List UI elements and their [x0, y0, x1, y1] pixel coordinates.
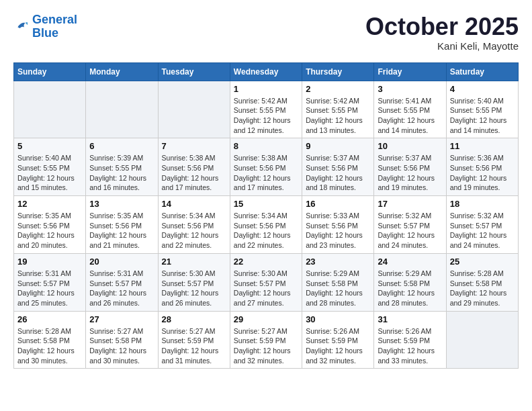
weekday-header-cell: Saturday	[446, 62, 518, 81]
calendar-day-cell: 13Sunrise: 5:35 AM Sunset: 5:56 PM Dayli…	[86, 196, 158, 254]
calendar-day-cell: 7Sunrise: 5:38 AM Sunset: 5:56 PM Daylig…	[158, 138, 230, 196]
weekday-header-cell: Wednesday	[230, 62, 302, 81]
weekday-header-cell: Thursday	[302, 62, 374, 81]
calendar-day-cell: 14Sunrise: 5:34 AM Sunset: 5:56 PM Dayli…	[158, 196, 230, 254]
day-number: 1	[234, 84, 298, 94]
day-info: Sunrise: 5:30 AM Sunset: 5:57 PM Dayligh…	[234, 269, 298, 308]
day-info: Sunrise: 5:40 AM Sunset: 5:55 PM Dayligh…	[450, 96, 515, 136]
day-info: Sunrise: 5:32 AM Sunset: 5:57 PM Dayligh…	[378, 211, 442, 250]
day-number: 13	[89, 199, 154, 209]
day-number: 18	[450, 199, 515, 209]
day-number: 11	[450, 141, 515, 151]
calendar-week-row: 5Sunrise: 5:40 AM Sunset: 5:55 PM Daylig…	[14, 138, 519, 196]
day-number: 7	[162, 141, 226, 151]
day-info: Sunrise: 5:39 AM Sunset: 5:55 PM Dayligh…	[89, 153, 154, 193]
calendar-day-cell: 8Sunrise: 5:38 AM Sunset: 5:56 PM Daylig…	[230, 138, 302, 196]
day-info: Sunrise: 5:41 AM Sunset: 5:55 PM Dayligh…	[378, 96, 442, 136]
title-block: October 2025 Kani Keli, Mayotte	[365, 13, 519, 52]
day-number: 4	[450, 84, 515, 94]
calendar-body: 1Sunrise: 5:42 AM Sunset: 5:55 PM Daylig…	[14, 81, 519, 369]
calendar-day-cell: 15Sunrise: 5:34 AM Sunset: 5:56 PM Dayli…	[230, 196, 302, 254]
calendar-day-cell: 21Sunrise: 5:30 AM Sunset: 5:57 PM Dayli…	[158, 253, 230, 311]
calendar-day-cell: 11Sunrise: 5:36 AM Sunset: 5:56 PM Dayli…	[446, 138, 518, 196]
day-info: Sunrise: 5:31 AM Sunset: 5:57 PM Dayligh…	[89, 269, 154, 308]
day-number: 9	[306, 141, 370, 151]
calendar-day-cell: 4Sunrise: 5:40 AM Sunset: 5:55 PM Daylig…	[446, 81, 518, 138]
weekday-header-cell: Friday	[374, 62, 446, 81]
calendar-day-cell: 9Sunrise: 5:37 AM Sunset: 5:56 PM Daylig…	[302, 138, 374, 196]
day-info: Sunrise: 5:30 AM Sunset: 5:57 PM Dayligh…	[162, 269, 226, 308]
day-info: Sunrise: 5:37 AM Sunset: 5:56 PM Dayligh…	[378, 153, 442, 193]
day-info: Sunrise: 5:42 AM Sunset: 5:55 PM Dayligh…	[306, 96, 370, 136]
day-info: Sunrise: 5:35 AM Sunset: 5:56 PM Dayligh…	[89, 211, 154, 250]
day-number: 20	[89, 257, 154, 267]
day-info: Sunrise: 5:31 AM Sunset: 5:57 PM Dayligh…	[17, 269, 82, 308]
calendar-day-cell: 12Sunrise: 5:35 AM Sunset: 5:56 PM Dayli…	[14, 196, 86, 254]
day-number: 23	[306, 257, 370, 267]
day-info: Sunrise: 5:38 AM Sunset: 5:56 PM Dayligh…	[162, 153, 226, 193]
day-number: 5	[17, 141, 82, 151]
calendar-day-cell: 3Sunrise: 5:41 AM Sunset: 5:55 PM Daylig…	[374, 81, 446, 138]
month-title: October 2025	[365, 13, 519, 40]
page-header: General Blue October 2025 Kani Keli, May…	[13, 13, 519, 52]
day-info: Sunrise: 5:36 AM Sunset: 5:56 PM Dayligh…	[450, 153, 515, 193]
calendar-day-cell: 26Sunrise: 5:28 AM Sunset: 5:58 PM Dayli…	[14, 311, 86, 369]
calendar-day-cell: 23Sunrise: 5:29 AM Sunset: 5:58 PM Dayli…	[302, 253, 374, 311]
day-info: Sunrise: 5:34 AM Sunset: 5:56 PM Dayligh…	[234, 211, 298, 250]
day-number: 17	[378, 199, 442, 209]
day-number: 8	[234, 141, 298, 151]
calendar-day-cell	[14, 81, 86, 138]
calendar-day-cell: 6Sunrise: 5:39 AM Sunset: 5:55 PM Daylig…	[86, 138, 158, 196]
day-info: Sunrise: 5:35 AM Sunset: 5:56 PM Dayligh…	[17, 211, 82, 250]
day-number: 2	[306, 84, 370, 94]
calendar-day-cell: 27Sunrise: 5:27 AM Sunset: 5:58 PM Dayli…	[86, 311, 158, 369]
calendar-day-cell: 29Sunrise: 5:27 AM Sunset: 5:59 PM Dayli…	[230, 311, 302, 369]
day-number: 3	[378, 84, 442, 94]
day-number: 30	[306, 314, 370, 324]
day-number: 26	[17, 314, 82, 324]
day-number: 29	[234, 314, 298, 324]
calendar-day-cell	[86, 81, 158, 138]
calendar-day-cell: 19Sunrise: 5:31 AM Sunset: 5:57 PM Dayli…	[14, 253, 86, 311]
calendar-day-cell: 18Sunrise: 5:32 AM Sunset: 5:57 PM Dayli…	[446, 196, 518, 254]
calendar-day-cell: 5Sunrise: 5:40 AM Sunset: 5:55 PM Daylig…	[14, 138, 86, 196]
calendar-day-cell: 30Sunrise: 5:26 AM Sunset: 5:59 PM Dayli…	[302, 311, 374, 369]
calendar-day-cell: 16Sunrise: 5:33 AM Sunset: 5:56 PM Dayli…	[302, 196, 374, 254]
day-number: 6	[89, 141, 154, 151]
logo-icon	[13, 17, 30, 34]
weekday-header-cell: Tuesday	[158, 62, 230, 81]
calendar-day-cell: 1Sunrise: 5:42 AM Sunset: 5:55 PM Daylig…	[230, 81, 302, 138]
day-info: Sunrise: 5:28 AM Sunset: 5:58 PM Dayligh…	[17, 326, 82, 366]
day-number: 24	[378, 257, 442, 267]
day-info: Sunrise: 5:34 AM Sunset: 5:56 PM Dayligh…	[162, 211, 226, 250]
calendar-week-row: 12Sunrise: 5:35 AM Sunset: 5:56 PM Dayli…	[14, 196, 519, 254]
day-number: 19	[17, 257, 82, 267]
day-info: Sunrise: 5:26 AM Sunset: 5:59 PM Dayligh…	[306, 326, 370, 366]
day-info: Sunrise: 5:37 AM Sunset: 5:56 PM Dayligh…	[306, 153, 370, 193]
day-number: 12	[17, 199, 82, 209]
calendar-day-cell	[446, 311, 518, 369]
day-info: Sunrise: 5:32 AM Sunset: 5:57 PM Dayligh…	[450, 211, 515, 250]
day-number: 27	[89, 314, 154, 324]
day-number: 14	[162, 199, 226, 209]
calendar-day-cell: 20Sunrise: 5:31 AM Sunset: 5:57 PM Dayli…	[86, 253, 158, 311]
day-info: Sunrise: 5:29 AM Sunset: 5:58 PM Dayligh…	[378, 269, 442, 308]
location: Kani Keli, Mayotte	[365, 40, 519, 52]
day-number: 31	[378, 314, 442, 324]
day-number: 10	[378, 141, 442, 151]
calendar-day-cell: 22Sunrise: 5:30 AM Sunset: 5:57 PM Dayli…	[230, 253, 302, 311]
day-info: Sunrise: 5:38 AM Sunset: 5:56 PM Dayligh…	[234, 153, 298, 193]
day-info: Sunrise: 5:42 AM Sunset: 5:55 PM Dayligh…	[234, 96, 298, 136]
calendar-day-cell: 25Sunrise: 5:28 AM Sunset: 5:58 PM Dayli…	[446, 253, 518, 311]
calendar-day-cell: 10Sunrise: 5:37 AM Sunset: 5:56 PM Dayli…	[374, 138, 446, 196]
calendar-day-cell	[158, 81, 230, 138]
day-number: 16	[306, 199, 370, 209]
day-info: Sunrise: 5:27 AM Sunset: 5:59 PM Dayligh…	[162, 326, 226, 366]
weekday-header-cell: Sunday	[14, 62, 86, 81]
calendar-table: SundayMondayTuesdayWednesdayThursdayFrid…	[13, 62, 519, 369]
day-info: Sunrise: 5:28 AM Sunset: 5:58 PM Dayligh…	[450, 269, 515, 308]
day-info: Sunrise: 5:27 AM Sunset: 5:58 PM Dayligh…	[89, 326, 154, 366]
day-info: Sunrise: 5:40 AM Sunset: 5:55 PM Dayligh…	[17, 153, 82, 193]
day-number: 28	[162, 314, 226, 324]
logo-text: General Blue	[32, 13, 77, 40]
